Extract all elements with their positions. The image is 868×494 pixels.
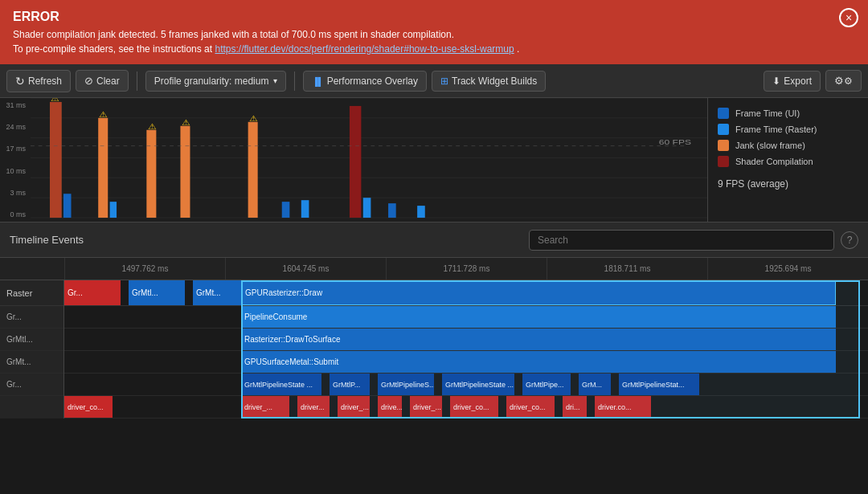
driver-block-9[interactable]: driver.co...	[595, 396, 651, 418]
grmt-pipeline-6[interactable]: GrM...	[579, 374, 611, 395]
legend-label-shader: Shader Compilation	[735, 157, 813, 166]
grmt-pipeline-2[interactable]: GrMtlP...	[330, 374, 370, 395]
gear-icon: ⚙	[834, 75, 853, 87]
rasterizer-draw-to-surface-row: Rasterizer::DrawToSurface	[64, 329, 868, 351]
raster-block-1[interactable]: Gr...	[64, 280, 121, 305]
svg-text:⚠: ⚠	[249, 114, 258, 123]
driver-block-2[interactable]: driver...	[297, 396, 330, 418]
chart-legend: Frame Time (UI) Frame Time (Raster) Jank…	[707, 98, 868, 222]
track-label-gr2: Gr...	[0, 374, 63, 396]
legend-label-jank: Jank (slow frame)	[735, 141, 805, 150]
toolbar-separator-2	[294, 71, 295, 91]
svg-rect-9	[63, 194, 72, 218]
track-widget-builds-button[interactable]: Track Widget Builds	[432, 71, 546, 92]
legend-color-frame-ui	[718, 108, 729, 119]
driver-block-1[interactable]: driver_...	[241, 396, 289, 418]
svg-text:60 FPS: 60 FPS	[659, 137, 691, 146]
driver-block-3[interactable]: driver_...	[338, 396, 370, 418]
ruler-tick-4: 1925.694 ms	[707, 258, 868, 280]
track-label-raster: Raster	[0, 280, 63, 306]
legend-label-frame-raster: Frame Time (Raster)	[735, 125, 817, 134]
driver-block-0[interactable]: driver_co...	[64, 396, 113, 418]
timeline-labels: Raster Gr... GrMtl... GrMt... Gr...	[0, 280, 64, 418]
clear-button[interactable]: Clear	[76, 70, 129, 92]
pipeline-consume-block[interactable]: PipelineConsume	[241, 306, 836, 328]
svg-text:⚠: ⚠	[182, 118, 190, 127]
svg-rect-24	[388, 203, 396, 218]
driver-block-4[interactable]: drive...	[378, 396, 402, 418]
toolbar: Refresh Clear Profile granularity: mediu…	[0, 64, 868, 98]
svg-rect-14	[146, 130, 156, 218]
error-link-suffix: .	[517, 43, 519, 55]
error-link-prefix: To pre-compile shaders, see the instruct…	[13, 43, 215, 55]
driver-block-6[interactable]: driver_co...	[450, 396, 498, 418]
legend-frame-time-ui: Frame Time (UI)	[718, 108, 858, 119]
raster-track-row: Gr... GrMtl... GrMt... Gr... GPURasteriz…	[64, 280, 868, 306]
gpu-rasterizer-draw-block[interactable]: GPURasterizer::Draw	[241, 280, 836, 305]
svg-rect-20	[350, 106, 361, 218]
track-widget-icon	[440, 76, 448, 87]
error-link-line: To pre-compile shaders, see the instruct…	[13, 43, 855, 55]
ruler-tick-1: 1604.745 ms	[225, 258, 386, 280]
refresh-button[interactable]: Refresh	[6, 70, 71, 92]
driver-sub-row: driver_co... driver_... driver... driver…	[64, 396, 868, 418]
help-label: ?	[847, 235, 853, 246]
grmt-pipeline-1[interactable]: GrMtlPipelineState ...	[241, 374, 321, 395]
y-label-24ms: 24 ms	[0, 123, 29, 131]
legend-label-frame-ui: Frame Time (UI)	[735, 108, 800, 118]
raster-block-2[interactable]: GrMtl...	[129, 280, 185, 305]
svg-rect-16	[180, 126, 190, 218]
grmt-pipeline-4[interactable]: GrMtlPipelineState ...	[442, 374, 514, 395]
grmt-pipeline-7[interactable]: GrMtlPipelineStat...	[619, 374, 699, 395]
svg-text:⚠: ⚠	[51, 98, 59, 103]
svg-rect-18	[248, 122, 258, 218]
export-label: Export	[784, 76, 812, 87]
refresh-icon	[15, 75, 25, 88]
legend-color-shader	[718, 156, 729, 167]
gpu-surface-metal-row: GPUSurfaceMetal::Submit	[64, 351, 868, 374]
performance-overlay-label: Performance Overlay	[327, 76, 418, 87]
performance-overlay-icon	[312, 76, 323, 87]
chart-area: 0 ms 3 ms 10 ms 17 ms 24 ms 31 ms	[0, 98, 868, 223]
timeline-header: Timeline Events ?	[0, 223, 868, 258]
chart-main: 0 ms 3 ms 10 ms 17 ms 24 ms 31 ms	[0, 98, 707, 222]
track-label-gr: Gr...	[0, 306, 63, 329]
timeline-content: Raster Gr... GrMtl... GrMt... Gr... Gr..…	[0, 280, 868, 418]
profile-granularity-select[interactable]: Profile granularity: medium	[145, 71, 287, 92]
track-label-grmt1: GrMtl...	[0, 329, 63, 351]
help-icon-button[interactable]: ?	[841, 231, 858, 249]
legend-color-frame-raster	[718, 124, 729, 135]
svg-rect-23	[301, 200, 309, 218]
error-link[interactable]: https://flutter.dev/docs/perf/rendering/…	[215, 43, 514, 55]
svg-rect-21	[363, 198, 371, 218]
error-close-button[interactable]: ×	[839, 8, 858, 27]
settings-button[interactable]: ⚙	[825, 70, 862, 92]
y-axis: 0 ms 3 ms 10 ms 17 ms 24 ms 31 ms	[0, 98, 29, 222]
export-button[interactable]: Export	[764, 71, 821, 92]
performance-overlay-button[interactable]: Performance Overlay	[303, 71, 427, 92]
legend-frame-time-raster: Frame Time (Raster)	[718, 124, 858, 135]
svg-rect-25	[417, 206, 425, 218]
search-input[interactable]	[529, 230, 834, 251]
grmt-pipeline-5[interactable]: GrMtlPipe...	[522, 374, 571, 395]
legend-color-jank	[718, 140, 729, 151]
driver-block-7[interactable]: driver_co...	[506, 396, 555, 418]
rasterizer-draw-to-surface-block[interactable]: Rasterizer::DrawToSurface	[241, 329, 836, 350]
gpu-surface-metal-block[interactable]: GPUSurfaceMetal::Submit	[241, 351, 836, 373]
driver-block-5[interactable]: driver_...	[410, 396, 442, 418]
svg-rect-22	[282, 202, 290, 218]
y-label-10ms: 10 ms	[0, 167, 29, 175]
pipeline-sub-row: GrMtlPipelineState ... GrMtlP... GrMtlPi…	[64, 374, 868, 396]
track-widget-builds-label: Track Widget Builds	[452, 76, 537, 87]
raster-block-3[interactable]: GrMt...	[193, 280, 241, 305]
chart-canvas: ⚠ ⚠ ⚠ ⚠ ⚠	[31, 98, 707, 222]
timeline-tracks: Gr... GrMtl... GrMt... Gr... GPURasteriz…	[64, 280, 868, 418]
legend-shader: Shader Compilation	[718, 156, 858, 167]
refresh-label: Refresh	[28, 76, 62, 87]
pipeline-consume-row: PipelineConsume	[64, 306, 868, 329]
track-label-grmt2: GrMt...	[0, 351, 63, 374]
y-label-17ms: 17 ms	[0, 145, 29, 153]
svg-rect-8	[50, 102, 61, 218]
driver-block-8[interactable]: dri...	[563, 396, 587, 418]
grmt-pipeline-3[interactable]: GrMtlPipelineS...	[378, 374, 434, 395]
